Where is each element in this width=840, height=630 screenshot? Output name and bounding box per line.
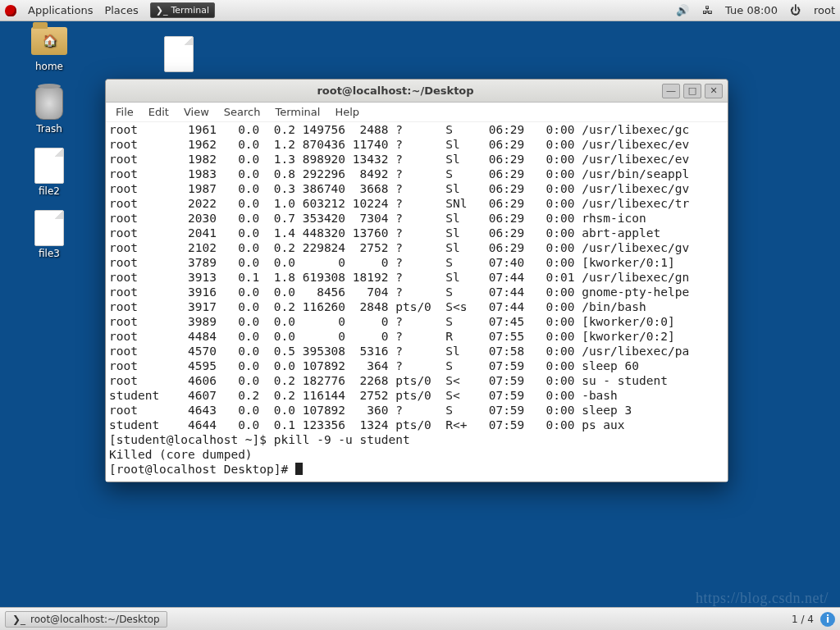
menu-terminal[interactable]: Terminal — [275, 106, 320, 118]
desktop-icon-untitled[interactable] — [164, 36, 194, 72]
workspace-pager[interactable]: 1 / 4 — [792, 614, 814, 625]
menubar: File Edit View Search Terminal Help — [106, 103, 728, 122]
menu-file[interactable]: File — [116, 106, 134, 118]
power-icon[interactable]: ⏻ — [789, 4, 802, 17]
minimize-button[interactable]: ― — [662, 84, 680, 98]
taskbar-entry[interactable]: ❯_ root@localhost:~/Desktop — [5, 611, 167, 628]
taskbar-entry-label: root@localhost:~/Desktop — [30, 614, 160, 625]
maximize-button[interactable]: □ — [683, 84, 701, 98]
user-menu[interactable]: root — [814, 4, 835, 16]
menu-edit[interactable]: Edit — [148, 106, 169, 118]
desktop-icon-file2[interactable]: file2 — [16, 149, 82, 197]
info-icon[interactable]: i — [820, 612, 835, 627]
file-icon — [34, 210, 64, 246]
menu-help[interactable]: Help — [335, 106, 359, 118]
top-panel: Applications Places ❯_ Terminal 🔊 🖧 Tue … — [0, 0, 840, 21]
terminal-icon: ❯_ — [156, 5, 168, 16]
clock[interactable]: Tue 08:00 — [725, 4, 778, 16]
places-menu[interactable]: Places — [104, 4, 138, 16]
desktop-icon-trash[interactable]: Trash — [16, 87, 82, 135]
applications-menu[interactable]: Applications — [28, 4, 93, 16]
terminal-output[interactable]: root 1961 0.0 0.2 149756 2488 ? S 06:29 … — [106, 122, 728, 482]
menu-search[interactable]: Search — [224, 106, 261, 118]
icon-label: file3 — [39, 248, 60, 259]
file-icon — [164, 36, 194, 72]
menu-view[interactable]: View — [184, 106, 209, 118]
bottom-panel: ❯_ root@localhost:~/Desktop 1 / 4 i — [0, 607, 840, 630]
icon-label: Trash — [36, 123, 62, 135]
trash-icon — [35, 87, 63, 120]
titlebar[interactable]: root@localhost:~/Desktop ― □ ✕ — [106, 80, 728, 103]
icon-label: home — [35, 61, 63, 72]
panel-task-terminal[interactable]: ❯_ Terminal — [150, 2, 215, 18]
cursor — [295, 463, 303, 475]
close-button[interactable]: ✕ — [705, 84, 723, 98]
desktop-icon-file3[interactable]: file3 — [16, 212, 82, 259]
volume-icon[interactable]: 🔊 — [676, 4, 689, 17]
desktop-icon-home[interactable]: home — [16, 25, 82, 72]
network-icon[interactable]: 🖧 — [701, 4, 714, 17]
folder-icon — [31, 27, 67, 55]
window-title: root@localhost:~/Desktop — [129, 84, 662, 97]
watermark: https://blog.csdn.net/ — [696, 590, 829, 607]
distro-icon — [5, 5, 16, 16]
desktop: home Trash file2 file3 — [16, 25, 82, 259]
icon-label: file2 — [39, 185, 60, 197]
terminal-window: root@localhost:~/Desktop ― □ ✕ File Edit… — [105, 79, 728, 482]
panel-task-label: Terminal — [171, 5, 209, 16]
terminal-icon: ❯_ — [12, 614, 25, 625]
file-icon — [34, 148, 64, 184]
